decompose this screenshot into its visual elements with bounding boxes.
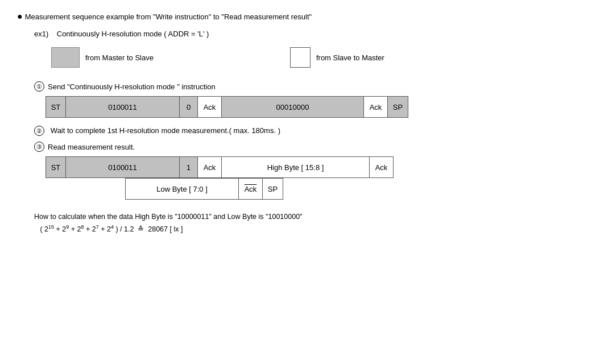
section-title: ● Measurement sequence example from "Wri… bbox=[17, 11, 579, 22]
proto3-sp: SP bbox=[263, 178, 283, 200]
step-1-label: ① Send "Continuously H-resolution mode "… bbox=[34, 81, 579, 92]
proto3-addr: 0100011 bbox=[66, 156, 180, 178]
title-text: Measurement sequence example from "Write… bbox=[25, 13, 312, 21]
step-3-num: ③ bbox=[34, 142, 44, 152]
calc-formula: ( 215 + 29 + 28 + 27 + 24 ) / 1.2 ≙ 2806… bbox=[34, 223, 579, 235]
proto-ack-1: Ack bbox=[198, 96, 222, 118]
slave-legend: from Slave to Master bbox=[290, 47, 384, 68]
proto3-ack1: Ack bbox=[198, 156, 222, 178]
step-3-label: ③ Read measurement result. bbox=[34, 142, 579, 152]
proto-st: ST bbox=[45, 96, 66, 118]
step-1-protocol: ST 0100011 0 Ack 00010000 Ack SP bbox=[45, 96, 579, 118]
step-1-num: ① bbox=[34, 81, 44, 92]
slave-label: from Slave to Master bbox=[316, 53, 384, 62]
step-2-text: Wait to complete 1st H-resolution mode m… bbox=[51, 126, 280, 135]
proto3-rw: 1 bbox=[180, 156, 198, 178]
proto-sp: SP bbox=[388, 96, 408, 118]
step-3-row1: ST 0100011 1 Ack High Byte [ 15:8 ] Ack bbox=[45, 156, 579, 178]
example-header: ex1) Continuously H-resolution mode ( AD… bbox=[34, 30, 579, 38]
step-1: ① Send "Continuously H-resolution mode "… bbox=[34, 81, 579, 118]
proto3-ack3: Ack bbox=[239, 178, 263, 200]
step-1-text: Send "Continuously H-resolution mode " i… bbox=[48, 82, 216, 91]
step-2: ② Wait to complete 1st H-resolution mode… bbox=[34, 126, 579, 136]
master-label: from Master to Slave bbox=[85, 53, 154, 62]
example-label: ex1) bbox=[34, 30, 48, 38]
proto-ack-2: Ack bbox=[364, 96, 388, 118]
proto-rw: 0 bbox=[180, 96, 198, 118]
legend-row: from Master to Slave from Slave to Maste… bbox=[51, 47, 579, 68]
master-box bbox=[51, 47, 80, 68]
slave-box bbox=[290, 47, 311, 68]
example-mode: Continuously H-resolution mode ( ADDR = … bbox=[57, 30, 209, 38]
proto3-lowbyte: Low Byte [ 7:0 ] bbox=[125, 178, 239, 200]
proto-addr: 0100011 bbox=[66, 96, 180, 118]
step-3: ③ Read measurement result. ST 0100011 1 … bbox=[34, 142, 579, 200]
proto3-st: ST bbox=[45, 156, 66, 178]
step-3-text: Read measurement result. bbox=[48, 143, 135, 151]
master-legend: from Master to Slave bbox=[51, 47, 154, 68]
step-2-num: ② bbox=[34, 126, 44, 136]
calc-section: How to calculate when the data High Byte… bbox=[34, 211, 579, 236]
calc-intro: How to calculate when the data High Byte… bbox=[34, 211, 579, 223]
proto3-ack2: Ack bbox=[370, 156, 394, 178]
step-3-row2: Low Byte [ 7:0 ] Ack SP bbox=[125, 178, 579, 200]
proto-data: 00010000 bbox=[222, 96, 364, 118]
bullet-icon: ● bbox=[17, 11, 23, 22]
proto3-highbyte: High Byte [ 15:8 ] bbox=[222, 156, 370, 178]
